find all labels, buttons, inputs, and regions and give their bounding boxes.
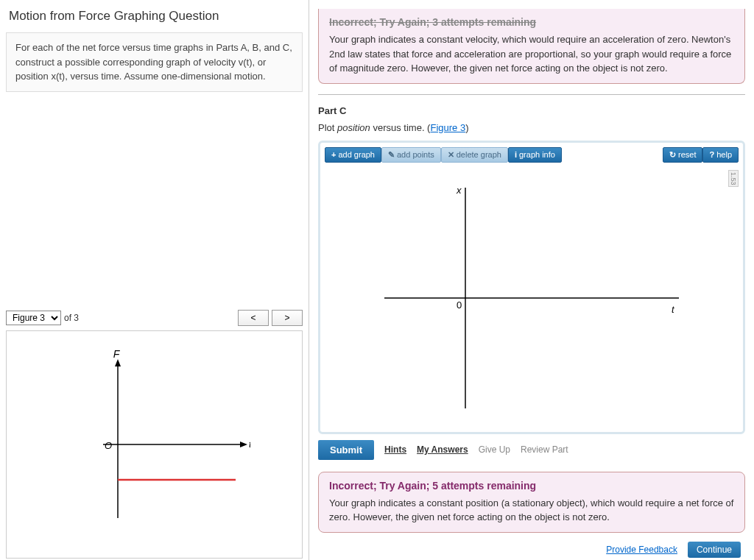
svg-text:O: O: [105, 440, 112, 451]
info-icon: i: [515, 150, 517, 159]
figure-nav-bar: Figure 3 of 3 < >: [6, 310, 303, 326]
submit-row: Submit Hints My Answers Give Up Review P…: [318, 437, 745, 463]
zoom-indicator[interactable]: 1.53: [728, 170, 739, 188]
delete-graph-button[interactable]: ✕delete graph: [441, 147, 508, 163]
add-graph-button[interactable]: +add graph: [325, 147, 381, 163]
feedback-heading-prev: Incorrect; Try Again; 3 attempts remaini…: [329, 16, 734, 28]
my-answers-link[interactable]: My Answers: [417, 444, 468, 455]
figure-select[interactable]: Figure 3: [6, 311, 61, 325]
part-c-label: Part C: [318, 105, 745, 116]
hints-link[interactable]: Hints: [384, 444, 406, 455]
graph-toolbar: +add graph ✎add points ✕delete graph igr…: [322, 144, 741, 166]
help-button[interactable]: ?help: [702, 147, 739, 163]
figure-prev-button[interactable]: <: [238, 310, 269, 326]
submit-button[interactable]: Submit: [318, 440, 374, 460]
figure-panel: F t O: [6, 330, 303, 559]
svg-text:x: x: [456, 185, 462, 196]
graph-info-button[interactable]: igraph info: [508, 147, 562, 163]
continue-button[interactable]: Continue: [688, 542, 741, 558]
figure-count-label: of 3: [64, 313, 79, 323]
svg-marker-3: [240, 442, 247, 447]
graph-widget: +add graph ✎add points ✕delete graph igr…: [318, 141, 745, 434]
give-up-link[interactable]: Give Up: [479, 444, 510, 455]
feedback-heading-current: Incorrect; Try Again; 5 attempts remaini…: [329, 480, 734, 492]
review-part-link[interactable]: Review Part: [521, 444, 568, 455]
svg-marker-1: [115, 359, 121, 366]
reset-button[interactable]: ↻reset: [663, 147, 702, 163]
svg-text:t: t: [672, 304, 675, 315]
svg-text:0: 0: [457, 300, 462, 311]
x-icon: ✕: [448, 150, 454, 160]
reset-icon: ↻: [669, 150, 676, 160]
plus-icon: +: [331, 150, 336, 159]
provide-feedback-link[interactable]: Provide Feedback: [606, 545, 677, 555]
graph-canvas[interactable]: 1.53 x t 0: [322, 166, 741, 430]
question-description: For each of the net force versus time gr…: [6, 32, 303, 92]
svg-text:t: t: [249, 439, 250, 450]
figure-3-svg: F t O: [59, 349, 250, 540]
help-icon: ?: [709, 150, 714, 159]
feedback-body-current: Your graph indicates a constant position…: [329, 496, 734, 525]
page-title: Motion from Force Graphing Question: [9, 9, 303, 24]
divider: [318, 94, 745, 95]
feedback-box-current: Incorrect; Try Again; 5 attempts remaini…: [318, 472, 745, 533]
part-c-prompt: Plot position versus time. (Figure 3): [318, 122, 745, 133]
add-points-button[interactable]: ✎add points: [381, 147, 441, 163]
feedback-body-prev: Your graph indicates a constant velocity…: [329, 32, 734, 76]
svg-text:F: F: [113, 349, 120, 360]
footer-links: Provide Feedback Continue: [318, 542, 745, 558]
figure-next-button[interactable]: >: [272, 310, 303, 326]
feedback-box-prev: Incorrect; Try Again; 3 attempts remaini…: [318, 9, 745, 84]
pencil-icon: ✎: [388, 150, 395, 160]
figure-3-link[interactable]: Figure 3: [430, 122, 465, 133]
